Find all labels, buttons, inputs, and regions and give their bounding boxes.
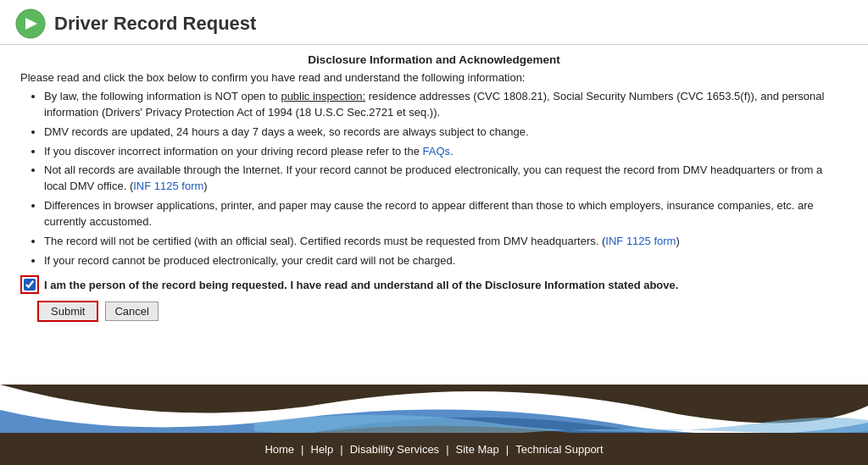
disclosure-title: Disclosure Information and Acknowledgeme…: [20, 53, 848, 66]
footer-support-link[interactable]: Technical Support: [512, 443, 606, 456]
disclosure-intro: Please read and click the box below to c…: [20, 71, 848, 84]
footer-home-link[interactable]: Home: [261, 443, 298, 456]
list-item: If you discover incorrect information on…: [44, 144, 848, 160]
cancel-button[interactable]: Cancel: [105, 302, 158, 321]
footer-nav: Home | Help | Disability Services | Site…: [0, 433, 868, 465]
submit-button[interactable]: Submit: [37, 301, 98, 322]
list-item: Differences in browser applications, pri…: [44, 198, 848, 230]
inf1125-link-1[interactable]: INF 1125 form: [133, 180, 203, 192]
page-header: Driver Record Request: [0, 0, 868, 45]
faqs-link[interactable]: FAQs: [423, 145, 451, 158]
wave-section: Home | Help | Disability Services | Site…: [0, 385, 868, 465]
acknowledgement-label: I am the person of the record being requ…: [44, 279, 678, 291]
main-content: Disclosure Information and Acknowledgeme…: [0, 45, 868, 385]
inf1125-link-2[interactable]: INF 1125 form: [605, 235, 676, 247]
footer-sep-1: |: [298, 443, 307, 456]
acknowledgement-row: I am the person of the record being requ…: [20, 275, 848, 294]
checkbox-wrapper: [20, 275, 39, 294]
footer-sep-2: |: [337, 443, 346, 456]
acknowledgement-checkbox[interactable]: [24, 279, 36, 291]
page-title: Driver Record Request: [54, 13, 256, 35]
footer-sitemap-link[interactable]: Site Map: [453, 443, 503, 456]
arrow-right-circle-icon: [15, 8, 46, 39]
list-item: Not all records are available through th…: [44, 163, 848, 195]
disclosure-list: By law, the following information is NOT…: [44, 89, 848, 268]
list-item: The record will not be certified (with a…: [44, 234, 848, 250]
list-item: If your record cannot be produced electr…: [44, 253, 848, 269]
footer-sep-4: |: [503, 443, 512, 456]
list-item: DMV records are updated, 24 hours a day …: [44, 125, 848, 141]
footer-help-link[interactable]: Help: [308, 443, 337, 456]
footer-sep-3: |: [442, 443, 452, 456]
list-item: By law, the following information is NOT…: [44, 89, 848, 121]
footer-disability-link[interactable]: Disability Services: [347, 443, 442, 456]
button-row: Submit Cancel: [37, 301, 848, 322]
